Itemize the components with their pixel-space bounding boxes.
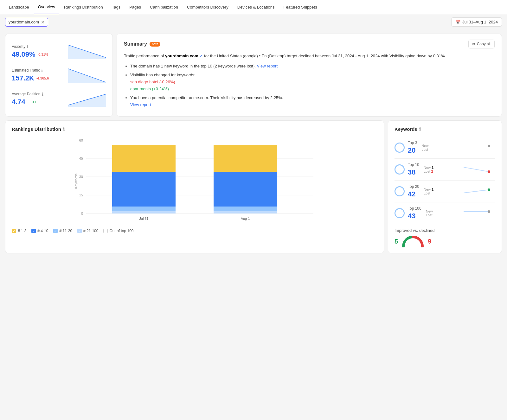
rankings-chart: 60 45 30 15 0 Keywords (12, 137, 377, 226)
bar-aug1-4-10 (214, 172, 277, 207)
position-info-icon[interactable]: ℹ (42, 92, 43, 97)
keyword-change-pos: (+0.24%) (152, 86, 169, 91)
date-range-picker[interactable]: 📅 Jul 31–Aug 1, 2024 (451, 17, 502, 27)
legend-4-10[interactable]: ✓ # 4-10 (31, 229, 48, 233)
kw-top20-nl: New 1 Lost (424, 188, 433, 195)
kw-top10-lost: Lost 2 (424, 169, 433, 173)
legend-out-of-top-100[interactable]: Out of top 100 (103, 229, 133, 233)
nav-overview[interactable]: Overview (34, 0, 59, 14)
kw-top3-row: Top 3 20 New Lost (395, 137, 495, 159)
bar-jul31-11-20 (112, 207, 176, 211)
ivd-numbers: 5 9 (395, 235, 495, 247)
improved-vs-declined: Improved vs. declined 5 (395, 224, 495, 247)
nav-pages[interactable]: Pages (125, 0, 145, 14)
position-value: 4.74 ↑1.00 (12, 98, 43, 106)
legend-label-21-100: # 21-100 (83, 229, 98, 233)
visibility-metric: Visibility ℹ 49.09% -0.31% (12, 40, 106, 63)
legend-check-4-10: ✓ (31, 229, 36, 233)
view-report-link-1[interactable]: View report (257, 64, 278, 68)
summary-header: Summary beta ⧉ Copy all (124, 40, 495, 48)
nav-cannibalization[interactable]: Cannibalization (146, 0, 182, 14)
summary-bullet-3: You have a potential competitor acme.com… (130, 94, 495, 108)
keyword-link-apartments[interactable]: apartments (130, 86, 151, 91)
kw-top20-row: Top 20 42 New 1 Lost (395, 181, 495, 202)
traffic-metric: Estimated Traffic ℹ 157.2K -4,365.6 (12, 63, 106, 87)
beta-badge: beta (150, 42, 161, 47)
traffic-label: Estimated Traffic ℹ (12, 68, 49, 73)
summary-card: Summary beta ⧉ Copy all Traffic performa… (117, 34, 502, 117)
kw-top10-nl: New 1 Lost 2 (424, 166, 433, 173)
visibility-label: Visibility ℹ (12, 44, 48, 49)
svg-point-19 (488, 210, 490, 213)
svg-point-16 (488, 145, 490, 147)
rankings-info-icon[interactable]: ℹ (63, 127, 65, 131)
position-delta: ↑1.00 (27, 100, 36, 104)
keywords-info-icon[interactable]: ℹ (419, 127, 421, 131)
legend-check-21-100: ✓ (77, 229, 82, 233)
svg-text:15: 15 (79, 193, 83, 197)
kw-top100-sparkline (464, 208, 495, 218)
declined-count: 9 (428, 238, 431, 245)
summary-title: Summary beta (124, 41, 160, 47)
kw-top100-nl: New Lost (426, 209, 433, 217)
kw-top10-row: Top 10 38 New 1 Lost 2 (395, 159, 495, 181)
domain-filter[interactable]: yourdomain.com ✕ (5, 18, 48, 27)
bar-jul31-21-100 (112, 211, 176, 213)
toolbar: yourdomain.com ✕ 📅 Jul 31–Aug 1, 2024 (0, 14, 507, 30)
kw-top20-value: 42 (408, 190, 419, 198)
position-sparkline (68, 91, 106, 107)
legend-label-11-20: # 11-20 (59, 229, 72, 233)
kw-top3-new-label: New (421, 144, 428, 148)
kw-top3-circle (395, 143, 405, 153)
svg-text:30: 30 (79, 175, 83, 179)
kw-top10-left: Top 10 38 New 1 Lost 2 (395, 162, 433, 176)
keyword-change-neg: (-0.26%) (159, 80, 175, 84)
nav-landscape[interactable]: Landscape (5, 0, 33, 14)
kw-top100-row: Top 100 43 New Lost (395, 202, 495, 224)
nav-rankings-distribution[interactable]: Rankings Distribution (60, 0, 107, 14)
improved-count: 5 (395, 238, 398, 245)
kw-top20-circle (395, 186, 405, 196)
view-report-link-2[interactable]: View report (130, 102, 151, 107)
kw-top3-value: 20 (408, 146, 417, 155)
kw-top20-new: New 1 (424, 188, 433, 191)
visibility-info-icon[interactable]: ℹ (27, 44, 28, 49)
traffic-sparkline (68, 67, 106, 83)
legend-check-11-20: ✓ (53, 229, 58, 233)
rankings-title: Rankings Distribution ℹ (12, 126, 377, 132)
traffic-delta: -4,365.6 (36, 76, 49, 80)
kw-top10-label: Top 10 (408, 162, 419, 167)
legend-21-100[interactable]: ✓ # 21-100 (77, 229, 98, 233)
summary-bullet-1: The domain has 1 new keyword in the top … (130, 63, 495, 70)
bar-jul31-1-3 (112, 145, 176, 172)
svg-text:Jul 31: Jul 31 (139, 217, 148, 220)
legend-check-1-3: ✓ (12, 229, 16, 233)
svg-text:0: 0 (81, 212, 83, 215)
legend-1-3[interactable]: ✓ # 1-3 (12, 229, 26, 233)
kw-top100-circle (395, 208, 405, 218)
kw-top20-chart (464, 187, 495, 196)
nav-tags[interactable]: Tags (108, 0, 124, 14)
legend-check-out (103, 229, 108, 233)
kw-top20-sparkline (464, 187, 495, 196)
svg-text:60: 60 (79, 138, 83, 142)
legend-label-4-10: # 4-10 (37, 229, 48, 233)
copy-all-button[interactable]: ⧉ Copy all (468, 40, 495, 48)
legend-11-20[interactable]: ✓ # 11-20 (53, 229, 72, 233)
svg-text:45: 45 (79, 156, 83, 160)
nav-devices-locations[interactable]: Devices & Locations (234, 0, 279, 14)
nav-competitors-discovery[interactable]: Competitors Discovery (183, 0, 232, 14)
kw-top100-left: Top 100 43 New Lost (395, 206, 433, 220)
visibility-value: 49.09% -0.31% (12, 50, 48, 59)
close-icon[interactable]: ✕ (41, 20, 45, 25)
bar-aug1-1-3 (214, 145, 277, 172)
keyword-link-san-diego[interactable]: san diego hotel (130, 80, 158, 84)
rankings-chart-svg: 60 45 30 15 0 Keywords (12, 137, 377, 226)
nav-featured-snippets[interactable]: Featured Snippets (279, 0, 321, 14)
kw-top20-lost: Lost (424, 191, 433, 195)
kw-top10-value: 38 (408, 168, 419, 176)
svg-text:Aug 1: Aug 1 (241, 217, 250, 220)
kw-top3-lost-label: Lost (421, 148, 428, 151)
domain-external-link[interactable]: ↗ (199, 54, 203, 58)
traffic-info-icon[interactable]: ℹ (41, 68, 43, 73)
